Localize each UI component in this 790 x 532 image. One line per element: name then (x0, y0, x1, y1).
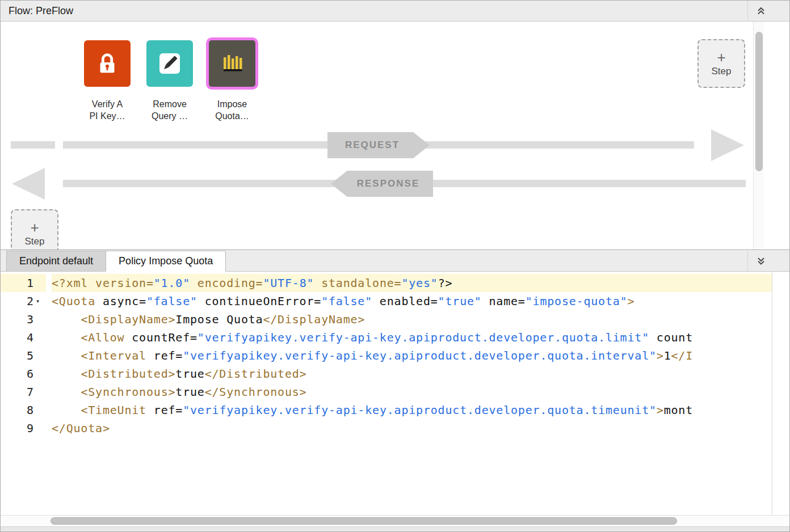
flow-scrollbar-track[interactable] (753, 22, 764, 250)
policy-impose-quota[interactable]: ImposeQuota… (205, 40, 259, 122)
request-arrowhead-icon (711, 129, 744, 161)
add-step-button-response[interactable]: + Step (11, 209, 58, 250)
code-lines: <?xml version="1.0" encoding="UTF-8" sta… (46, 272, 772, 515)
flow-canvas: Verify API Key…RemoveQuery …ImposeQuota…… (1, 22, 789, 250)
apigee-flow-editor: Flow: PreFlow Verify API Key…RemoveQuery… (0, 0, 790, 532)
flow-scrollbar-thumb[interactable] (755, 32, 763, 171)
code-editor[interactable]: 12▾3456789 <?xml version="1.0" encoding=… (1, 272, 772, 515)
policy-label: RemoveQuery … (152, 98, 188, 122)
add-step-label: Step (712, 66, 732, 77)
request-label: REQUEST (345, 140, 400, 151)
line-number-9[interactable]: 9 (1, 419, 46, 437)
flow-pane: Flow: PreFlow Verify API Key…RemoveQuery… (1, 1, 789, 250)
code-line-1[interactable]: <?xml version="1.0" encoding="UTF-8" sta… (52, 274, 772, 292)
code-line-5[interactable]: <Interval ref="verifyapikey.verify-api-k… (52, 347, 772, 365)
code-line-4[interactable]: <Allow countRef="verifyapikey.verify-api… (52, 328, 772, 347)
editor-hscrollbar-track[interactable] (1, 515, 789, 526)
policy-verify-api-key[interactable]: Verify API Key… (80, 40, 135, 122)
request-line-stub (11, 141, 55, 149)
fold-caret-icon[interactable]: ▾ (33, 297, 46, 305)
collapse-flow-button[interactable] (747, 1, 774, 21)
response-label: RESPONSE (357, 178, 419, 189)
add-step-label: Step (25, 236, 45, 247)
response-arrowhead-icon (12, 168, 45, 200)
response-badge: RESPONSE (331, 171, 433, 197)
line-number-1[interactable]: 1 (1, 274, 46, 292)
code-line-8[interactable]: <TimeUnit ref="verifyapikey.verify-api-k… (52, 401, 772, 419)
pencil-icon (146, 40, 193, 87)
policy-list: Verify API Key…RemoveQuery …ImposeQuota… (80, 40, 259, 122)
tab-policy-impose-quota[interactable]: Policy Impose Quota (106, 251, 226, 272)
flow-header: Flow: PreFlow (1, 1, 789, 22)
flow-title: Flow: PreFlow (9, 5, 73, 17)
tab-bar: Endpoint defaultPolicy Impose Quota (1, 251, 789, 272)
collapse-editor-button[interactable] (747, 251, 774, 271)
lock-icon (84, 40, 131, 87)
code-line-6[interactable]: <Distributed>true</Distributed> (52, 365, 772, 383)
line-number-7[interactable]: 7 (1, 383, 46, 401)
line-number-6[interactable]: 6 (1, 365, 46, 383)
policy-label: Verify API Key… (89, 98, 125, 122)
gutter: 12▾3456789 (1, 272, 46, 515)
policy-remove-query-param[interactable]: RemoveQuery … (142, 40, 197, 122)
add-step-button-request[interactable]: + Step (697, 39, 745, 88)
plus-icon: + (30, 221, 39, 234)
bar-chart-icon (209, 40, 255, 87)
plus-icon: + (717, 50, 725, 64)
line-number-5[interactable]: 5 (1, 347, 46, 365)
tab-endpoint-default[interactable]: Endpoint default (6, 251, 106, 271)
double-chevron-up-icon (756, 6, 766, 16)
line-number-8[interactable]: 8 (1, 401, 46, 419)
line-number-2[interactable]: 2▾ (1, 292, 46, 310)
editor-hscrollbar-thumb[interactable] (51, 517, 677, 525)
code-line-7[interactable]: <Synchronous>true</Synchronous> (52, 383, 772, 401)
policy-label: ImposeQuota… (215, 98, 249, 122)
code-line-2[interactable]: <Quota async="false" continueOnError="fa… (52, 292, 772, 310)
line-number-4[interactable]: 4 (1, 328, 46, 347)
code-line-9[interactable]: </Quota> (52, 419, 772, 437)
code-line-3[interactable]: <DisplayName>Impose Quota</DisplayName> (52, 310, 772, 328)
tabs: Endpoint defaultPolicy Impose Quota (6, 251, 226, 271)
editor-pane: Endpoint defaultPolicy Impose Quota 12▾3… (1, 251, 789, 531)
double-chevron-down-icon (756, 256, 766, 266)
line-number-3[interactable]: 3 (1, 310, 46, 328)
request-badge: REQUEST (327, 132, 430, 158)
window-bottom-edge (1, 526, 789, 531)
